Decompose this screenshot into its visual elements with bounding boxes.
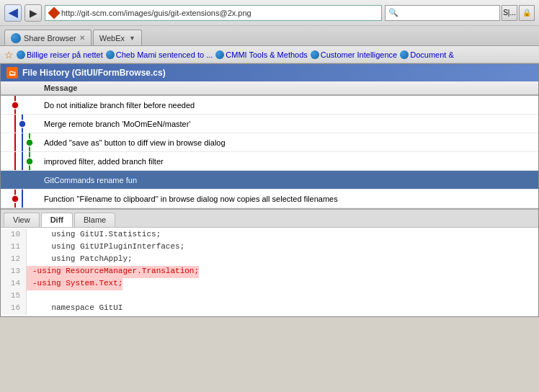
table-row[interactable]: Function ''Filename to clipboard'' in br… — [1, 190, 538, 208]
diamond-icon — [48, 6, 61, 19]
tab-diff[interactable]: Diff — [41, 213, 73, 227]
content-area: 🗂 File History (GitUI/FormBrowse.cs) Mes… — [0, 63, 539, 317]
line-code: using GitUI.Statistics; — [27, 229, 161, 241]
line-code: namespace GitUI — [27, 303, 122, 315]
tab-globe-icon — [11, 33, 21, 43]
fh-title-text: File History (GitUI/FormBrowse.cs) — [22, 68, 166, 78]
bookmark-globe-icon-3 — [311, 50, 319, 59]
fh-column-header: Message — [1, 81, 538, 96]
code-line: 11 using GitUIPluginInterfaces; — [1, 241, 538, 254]
bookmark-label-3: Customer Intelligence — [321, 50, 397, 59]
bookmark-label-2: CMMI Tools & Methods — [226, 50, 308, 59]
search-area: 🔍 S|... 🔒 — [385, 5, 535, 21]
address-bar[interactable]: http://git-scm.com/images/guis/git-exten… — [45, 5, 382, 21]
search-box[interactable]: 🔍 — [385, 5, 500, 21]
tab-webex[interactable]: WebEx ▼ — [93, 30, 142, 45]
fh-row-msg-4: GitCommands rename fun — [44, 176, 137, 184]
code-line: 15 — [1, 290, 538, 303]
line-number: 12 — [1, 254, 27, 266]
file-history-title: 🗂 File History (GitUI/FormBrowse.cs) — [1, 64, 538, 81]
bottom-panel: View Diff Blame 10 using GitUI.Statistic… — [1, 208, 538, 316]
table-row[interactable]: improved filter, added branch filter — [1, 152, 538, 171]
file-history-window: 🗂 File History (GitUI/FormBrowse.cs) Mes… — [0, 63, 539, 317]
bookmark-globe-icon-4 — [400, 50, 409, 59]
tab-label-share: Share Browser — [24, 34, 76, 43]
si-icon-1[interactable]: S|... — [502, 5, 517, 21]
line-number: 10 — [1, 229, 27, 241]
line-code: -using ResourceManager.Translation; — [27, 266, 199, 278]
tab-close-icon[interactable]: ✕ — [79, 34, 85, 42]
forward-button[interactable]: ▶ — [24, 4, 42, 22]
line-code — [27, 290, 32, 303]
bookmark-4[interactable]: Document & — [400, 50, 454, 59]
fh-row-msg-1: Merge remote branch 'MoOmEeN/master' — [44, 120, 191, 128]
site-icon — [50, 7, 61, 19]
tab-dropdown-icon[interactable]: ▼ — [129, 35, 135, 42]
navigation-bar: ◀ ▶ http://git-scm.com/images/guis/git-e… — [0, 0, 539, 26]
tab-view[interactable]: View — [4, 213, 40, 227]
si-icon-2[interactable]: 🔒 — [519, 5, 535, 21]
bookmark-label-0: Billige reiser på nettet — [27, 50, 103, 59]
code-line: 13-using ResourceManager.Translation; — [1, 266, 538, 278]
fh-row-msg-5: Function ''Filename to clipboard'' in br… — [44, 195, 338, 203]
bookmark-3[interactable]: Customer Intelligence — [311, 50, 397, 59]
tab-group: Share Browser ✕ WebEx ▼ — [4, 30, 142, 45]
line-number: 13 — [1, 266, 27, 278]
table-row[interactable]: Do not initialize branch filter before n… — [1, 96, 538, 115]
line-number: 15 — [1, 290, 27, 303]
bookmarks-bar: ☆ Billige reiser på nettet Cheb Mami sen… — [0, 46, 539, 63]
url-text: http://git-scm.com/images/guis/git-exten… — [61, 9, 377, 17]
tab-share-browser[interactable]: Share Browser ✕ — [4, 30, 92, 45]
tab-label-webex: WebEx — [99, 34, 125, 43]
bookmark-1[interactable]: Cheb Mami sentenced to ... — [106, 50, 213, 59]
line-code: using PatchApply; — [27, 254, 133, 266]
fh-row-msg-2: Added "save as" button to diff view in b… — [44, 138, 226, 147]
bookmark-label-4: Document & — [410, 50, 454, 59]
bookmark-globe-icon-2 — [215, 50, 224, 59]
fh-rows-container: Do not initialize branch filter before n… — [1, 96, 538, 208]
bookmark-0[interactable]: Billige reiser på nettet — [17, 50, 103, 59]
code-line: 10 using GitUI.Statistics; — [1, 229, 538, 241]
fh-col-message: Message — [44, 84, 77, 92]
code-line: 12 using PatchApply; — [1, 254, 538, 266]
code-line: 14-using System.Text; — [1, 278, 538, 290]
code-area: 10 using GitUI.Statistics;11 using GitUI… — [1, 228, 538, 316]
bookmark-2[interactable]: CMMI Tools & Methods — [215, 50, 308, 59]
table-row[interactable]: Added "save as" button to diff view in b… — [1, 133, 538, 152]
side-icons: S|... 🔒 — [502, 5, 535, 21]
table-row[interactable]: Merge remote branch 'MoOmEeN/master' — [1, 115, 538, 133]
line-number: 14 — [1, 278, 27, 290]
fh-row-msg-0: Do not initialize branch filter before n… — [44, 101, 195, 110]
line-code: -using System.Text; — [27, 278, 122, 290]
bookmark-label-1: Cheb Mami sentenced to ... — [116, 50, 213, 59]
line-number: 11 — [1, 241, 27, 254]
bookmarks-star-icon: ☆ — [4, 49, 14, 61]
bookmark-globe-icon-0 — [17, 50, 25, 59]
tab-bar: Share Browser ✕ WebEx ▼ — [0, 26, 539, 46]
bookmark-globe-icon-1 — [106, 50, 115, 59]
table-row[interactable]: GitCommands rename fun — [1, 171, 538, 190]
code-line: 16 namespace GitUI — [1, 303, 538, 315]
fh-row-msg-3: improved filter, added branch filter — [44, 157, 164, 166]
back-button[interactable]: ◀ — [4, 4, 22, 22]
line-code: using GitUIPluginInterfaces; — [27, 241, 184, 254]
line-number: 16 — [1, 303, 27, 315]
search-icon: 🔍 — [388, 8, 398, 17]
tab-blame[interactable]: Blame — [74, 213, 115, 227]
fh-title-icon: 🗂 — [6, 67, 18, 79]
bottom-tab-bar: View Diff Blame — [1, 210, 538, 228]
